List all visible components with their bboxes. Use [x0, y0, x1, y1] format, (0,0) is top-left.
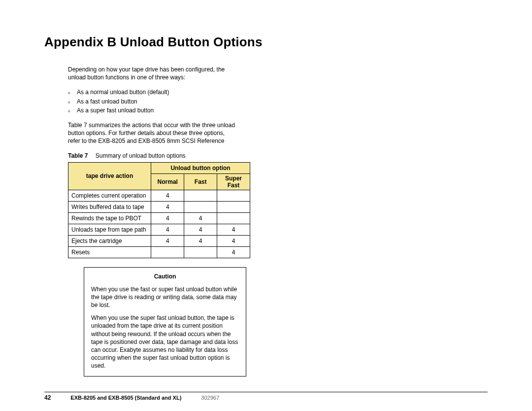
cell-action: Completes current operation: [68, 190, 151, 201]
cell-fast: [184, 201, 217, 212]
cell-normal: 4: [151, 224, 184, 235]
cell-action: Writes buffered data to tape: [68, 201, 151, 212]
bullet-text: As a super fast unload button: [77, 106, 154, 114]
cell-super: 4: [217, 246, 250, 258]
table-row: Unloads tape from tape path 4 4 4: [68, 224, 250, 235]
caution-paragraph: When you use the fast or super fast unlo…: [91, 285, 239, 309]
header-superfast: Super Fast: [217, 173, 250, 190]
cell-fast: [184, 190, 217, 201]
page-title: Appendix B Unload Button Options: [44, 34, 488, 50]
cell-super: [217, 190, 250, 201]
table-header-row: tape drive action Unload button option: [68, 162, 250, 173]
list-item: n As a fast unload button: [68, 98, 235, 105]
table-row: Ejects the cartridge 4 4 4: [68, 235, 250, 246]
header-action: tape drive action: [68, 162, 151, 190]
table-caption: Table 7 Summary of unload button options: [68, 152, 488, 159]
summary-text: Table 7 summarizes the actions that occu…: [68, 121, 235, 145]
cell-normal: [151, 246, 184, 258]
intro-text: Depending on how your tape drive has bee…: [68, 66, 235, 81]
document-revision: 302967: [201, 395, 219, 401]
cell-normal: 4: [151, 201, 184, 212]
list-item: n As a super fast unload button: [68, 106, 235, 114]
cell-super: [217, 201, 250, 212]
cell-fast: 4: [184, 224, 217, 235]
cell-normal: 4: [151, 212, 184, 224]
cell-normal: 4: [151, 190, 184, 201]
cell-action: Unloads tape from tape path: [68, 224, 151, 235]
table-row: Writes buffered data to tape 4: [68, 201, 250, 212]
bullet-icon: n: [68, 90, 77, 96]
options-table: tape drive action Unload button option N…: [68, 162, 250, 258]
bullet-list: n As a normal unload button (default) n …: [68, 88, 235, 114]
bullet-icon: n: [68, 99, 77, 105]
bullet-text: As a fast unload button: [77, 98, 137, 105]
body-content: Depending on how your tape drive has bee…: [68, 66, 235, 145]
header-option: Unload button option: [151, 162, 250, 173]
cell-normal: 4: [151, 235, 184, 246]
table-row: Completes current operation 4: [68, 190, 250, 201]
cell-fast: 4: [184, 235, 217, 246]
table-caption-text: Summary of unload button options: [96, 152, 186, 159]
bullet-icon: n: [68, 108, 77, 114]
table-row: Rewinds the tape to PBOT 4 4: [68, 212, 250, 224]
cell-fast: [184, 246, 217, 258]
cell-action: Ejects the cartridge: [68, 235, 151, 246]
page-footer: 42 EXB-8205 and EXB-8505 (Standard and X…: [44, 392, 488, 401]
caution-box: Caution When you use the fast or super f…: [84, 267, 246, 377]
cell-fast: 4: [184, 212, 217, 224]
cell-super: 4: [217, 235, 250, 246]
header-normal: Normal: [151, 173, 184, 190]
bullet-text: As a normal unload button (default): [77, 88, 169, 96]
cell-super: 4: [217, 224, 250, 235]
header-fast: Fast: [184, 173, 217, 190]
list-item: n As a normal unload button (default): [68, 88, 235, 96]
page-number: 42: [44, 394, 51, 401]
caution-title: Caution: [91, 273, 239, 280]
caution-paragraph: When you use the super fast unload butto…: [91, 314, 239, 370]
cell-super: [217, 212, 250, 224]
cell-action: Rewinds the tape to PBOT: [68, 212, 151, 224]
document-title: EXB-8205 and EXB-8505 (Standard and XL): [70, 395, 181, 401]
document-page: Appendix B Unload Button Options Dependi…: [0, 0, 532, 411]
cell-action: Resets: [68, 246, 151, 258]
table-label: Table 7: [68, 152, 88, 159]
table-row: Resets 4: [68, 246, 250, 258]
